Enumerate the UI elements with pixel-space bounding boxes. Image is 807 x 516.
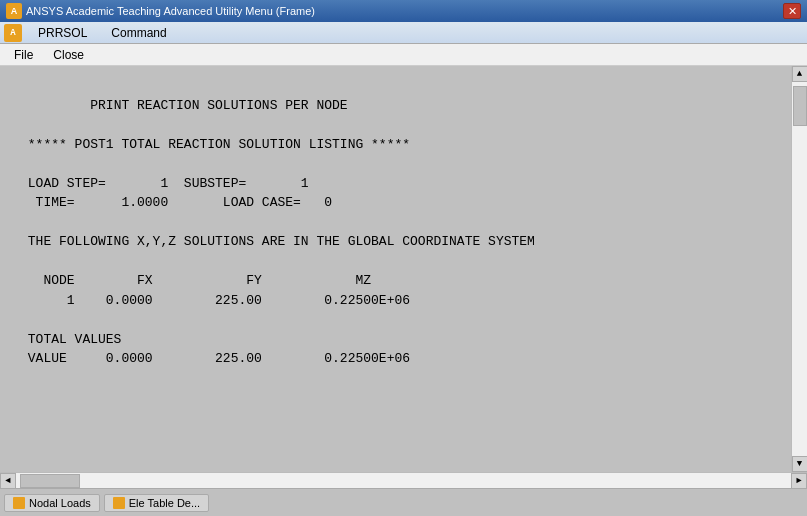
title-bar-text: ANSYS Academic Teaching Advanced Utility… xyxy=(26,5,315,17)
app-menu-icon: A xyxy=(4,24,22,42)
content-wrapper: PRINT REACTION SOLUTIONS PER NODE ***** … xyxy=(0,66,807,488)
taskbar-label-ele-table: Ele Table De... xyxy=(129,497,200,509)
title-bar-left: A ANSYS Academic Teaching Advanced Utili… xyxy=(6,3,315,19)
menu-bar-items: Command xyxy=(103,24,174,42)
scroll-left-button[interactable]: ◄ xyxy=(0,473,16,489)
ansys-icon: A xyxy=(6,3,22,19)
taskbar-strip: Nodal Loads Ele Table De... xyxy=(0,488,807,516)
scroll-v-track[interactable] xyxy=(792,82,808,456)
taskbar-icon-nodal xyxy=(13,497,25,509)
scroll-down-button[interactable]: ▼ xyxy=(792,456,808,472)
file-menu-item-file[interactable]: File xyxy=(4,46,43,64)
app-menu-bar: A PRRSOL Command xyxy=(0,22,807,44)
file-menu-item-close[interactable]: Close xyxy=(43,46,94,64)
scroll-v-thumb[interactable] xyxy=(793,86,807,126)
scroll-down-icon: ▼ xyxy=(797,459,802,469)
main-window: A ANSYS Academic Teaching Advanced Utili… xyxy=(0,0,807,516)
menu-bar-prrsol: PRRSOL xyxy=(30,24,95,42)
taskbar-icon-ele xyxy=(113,497,125,509)
scroll-up-button[interactable]: ▲ xyxy=(792,66,808,82)
output-content: PRINT REACTION SOLUTIONS PER NODE ***** … xyxy=(0,66,791,472)
vertical-scrollbar: ▲ ▼ xyxy=(791,66,807,472)
scroll-up-icon: ▲ xyxy=(797,69,802,79)
output-text: PRINT REACTION SOLUTIONS PER NODE ***** … xyxy=(20,98,535,367)
menu-item-command[interactable]: Command xyxy=(103,24,174,42)
taskbar-label-nodal-loads: Nodal Loads xyxy=(29,497,91,509)
taskbar-item-ele-table[interactable]: Ele Table De... xyxy=(104,494,209,512)
scroll-right-icon: ► xyxy=(796,476,801,486)
content-row: PRINT REACTION SOLUTIONS PER NODE ***** … xyxy=(0,66,807,472)
horizontal-scrollbar: ◄ ► xyxy=(0,472,807,488)
scroll-right-button[interactable]: ► xyxy=(791,473,807,489)
scroll-left-icon: ◄ xyxy=(5,476,10,486)
close-button[interactable]: ✕ xyxy=(783,3,801,19)
taskbar-item-nodal-loads[interactable]: Nodal Loads xyxy=(4,494,100,512)
file-menu-bar: File Close xyxy=(0,44,807,66)
scroll-h-thumb[interactable] xyxy=(20,474,80,488)
title-bar: A ANSYS Academic Teaching Advanced Utili… xyxy=(0,0,807,22)
scroll-h-track[interactable] xyxy=(16,473,791,489)
